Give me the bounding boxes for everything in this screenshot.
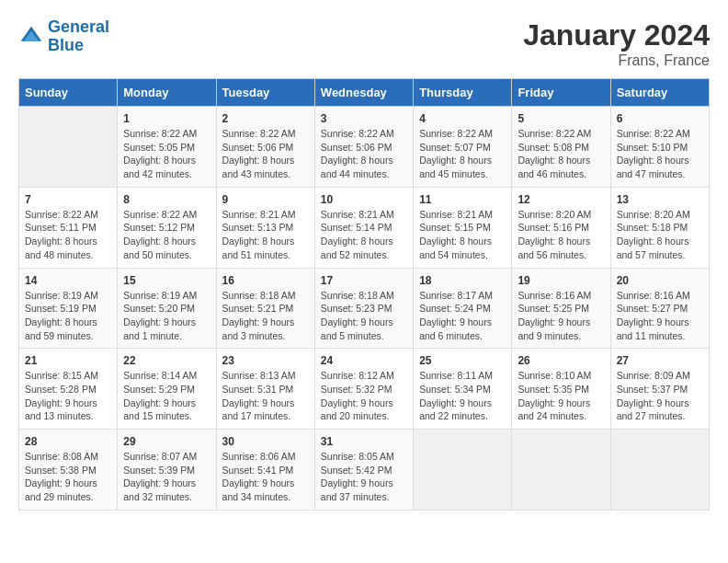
page-header: General Blue January 2024 Frans, France bbox=[18, 18, 710, 69]
calendar-cell: 14Sunrise: 8:19 AM Sunset: 5:19 PM Dayli… bbox=[19, 268, 118, 349]
day-info: Sunrise: 8:10 AM Sunset: 5:35 PM Dayligh… bbox=[518, 369, 604, 423]
day-info: Sunrise: 8:08 AM Sunset: 5:38 PM Dayligh… bbox=[25, 450, 111, 504]
calendar-cell: 16Sunrise: 8:18 AM Sunset: 5:21 PM Dayli… bbox=[216, 268, 314, 349]
calendar-cell: 13Sunrise: 8:20 AM Sunset: 5:18 PM Dayli… bbox=[610, 187, 709, 268]
calendar-cell: 11Sunrise: 8:21 AM Sunset: 5:15 PM Dayli… bbox=[414, 187, 512, 268]
day-number: 23 bbox=[222, 354, 309, 367]
main-title: January 2024 bbox=[523, 18, 710, 52]
column-header-monday: Monday bbox=[118, 79, 216, 107]
column-header-thursday: Thursday bbox=[414, 79, 512, 107]
calendar-cell: 20Sunrise: 8:16 AM Sunset: 5:27 PM Dayli… bbox=[610, 268, 709, 349]
day-number: 25 bbox=[419, 354, 506, 367]
day-number: 11 bbox=[419, 193, 506, 206]
week-row-3: 14Sunrise: 8:19 AM Sunset: 5:19 PM Dayli… bbox=[19, 268, 710, 349]
calendar-cell: 9Sunrise: 8:21 AM Sunset: 5:13 PM Daylig… bbox=[216, 187, 314, 268]
calendar-cell: 1Sunrise: 8:22 AM Sunset: 5:05 PM Daylig… bbox=[118, 107, 216, 188]
day-number: 5 bbox=[518, 112, 604, 125]
day-info: Sunrise: 8:07 AM Sunset: 5:39 PM Dayligh… bbox=[123, 450, 210, 504]
week-row-5: 28Sunrise: 8:08 AM Sunset: 5:38 PM Dayli… bbox=[19, 430, 710, 511]
calendar-cell: 27Sunrise: 8:09 AM Sunset: 5:37 PM Dayli… bbox=[610, 349, 709, 430]
day-info: Sunrise: 8:16 AM Sunset: 5:27 PM Dayligh… bbox=[617, 289, 703, 343]
day-number: 16 bbox=[222, 274, 309, 287]
day-number: 12 bbox=[518, 193, 604, 206]
day-number: 21 bbox=[25, 354, 111, 367]
day-number: 3 bbox=[321, 112, 407, 125]
week-row-1: 1Sunrise: 8:22 AM Sunset: 5:05 PM Daylig… bbox=[19, 107, 710, 188]
calendar-cell: 29Sunrise: 8:07 AM Sunset: 5:39 PM Dayli… bbox=[118, 430, 216, 511]
day-info: Sunrise: 8:16 AM Sunset: 5:25 PM Dayligh… bbox=[518, 289, 604, 343]
column-header-tuesday: Tuesday bbox=[216, 79, 314, 107]
day-number: 2 bbox=[222, 112, 309, 125]
day-number: 9 bbox=[222, 193, 309, 206]
day-info: Sunrise: 8:17 AM Sunset: 5:24 PM Dayligh… bbox=[419, 289, 506, 343]
logo-line2: Blue bbox=[48, 36, 84, 54]
day-info: Sunrise: 8:22 AM Sunset: 5:12 PM Dayligh… bbox=[123, 208, 210, 262]
title-block: January 2024 Frans, France bbox=[523, 18, 710, 69]
day-info: Sunrise: 8:20 AM Sunset: 5:18 PM Dayligh… bbox=[617, 208, 703, 262]
day-number: 24 bbox=[321, 354, 407, 367]
column-header-wednesday: Wednesday bbox=[314, 79, 413, 107]
logo-text: General Blue bbox=[48, 18, 109, 55]
day-number: 1 bbox=[123, 112, 210, 125]
day-number: 7 bbox=[25, 193, 111, 206]
day-info: Sunrise: 8:21 AM Sunset: 5:13 PM Dayligh… bbox=[222, 208, 309, 262]
calendar-cell: 10Sunrise: 8:21 AM Sunset: 5:14 PM Dayli… bbox=[314, 187, 413, 268]
calendar-cell: 4Sunrise: 8:22 AM Sunset: 5:07 PM Daylig… bbox=[414, 107, 512, 188]
day-number: 22 bbox=[123, 354, 210, 367]
day-number: 29 bbox=[123, 435, 210, 448]
day-info: Sunrise: 8:22 AM Sunset: 5:11 PM Dayligh… bbox=[25, 208, 111, 262]
calendar-cell: 26Sunrise: 8:10 AM Sunset: 5:35 PM Dayli… bbox=[512, 349, 610, 430]
calendar-cell: 25Sunrise: 8:11 AM Sunset: 5:34 PM Dayli… bbox=[414, 349, 512, 430]
calendar-cell: 28Sunrise: 8:08 AM Sunset: 5:38 PM Dayli… bbox=[19, 430, 118, 511]
day-info: Sunrise: 8:22 AM Sunset: 5:05 PM Dayligh… bbox=[123, 127, 210, 181]
day-info: Sunrise: 8:22 AM Sunset: 5:06 PM Dayligh… bbox=[321, 127, 407, 181]
day-info: Sunrise: 8:12 AM Sunset: 5:32 PM Dayligh… bbox=[321, 369, 407, 423]
calendar-cell bbox=[610, 430, 709, 511]
subtitle: Frans, France bbox=[523, 52, 710, 69]
calendar-cell: 2Sunrise: 8:22 AM Sunset: 5:06 PM Daylig… bbox=[216, 107, 314, 188]
day-number: 8 bbox=[123, 193, 210, 206]
day-number: 15 bbox=[123, 274, 210, 287]
calendar-cell: 31Sunrise: 8:05 AM Sunset: 5:42 PM Dayli… bbox=[314, 430, 413, 511]
calendar-cell: 5Sunrise: 8:22 AM Sunset: 5:08 PM Daylig… bbox=[512, 107, 610, 188]
day-number: 6 bbox=[617, 112, 703, 125]
day-number: 19 bbox=[518, 274, 604, 287]
day-info: Sunrise: 8:22 AM Sunset: 5:06 PM Dayligh… bbox=[222, 127, 309, 181]
column-header-sunday: Sunday bbox=[19, 79, 118, 107]
logo-line1: General bbox=[48, 17, 109, 36]
column-header-friday: Friday bbox=[512, 79, 610, 107]
calendar-cell: 12Sunrise: 8:20 AM Sunset: 5:16 PM Dayli… bbox=[512, 187, 610, 268]
day-info: Sunrise: 8:19 AM Sunset: 5:19 PM Dayligh… bbox=[25, 289, 111, 343]
day-info: Sunrise: 8:09 AM Sunset: 5:37 PM Dayligh… bbox=[617, 369, 703, 423]
calendar-cell: 18Sunrise: 8:17 AM Sunset: 5:24 PM Dayli… bbox=[414, 268, 512, 349]
calendar-cell: 7Sunrise: 8:22 AM Sunset: 5:11 PM Daylig… bbox=[19, 187, 118, 268]
week-row-2: 7Sunrise: 8:22 AM Sunset: 5:11 PM Daylig… bbox=[19, 187, 710, 268]
day-number: 4 bbox=[419, 112, 506, 125]
column-header-saturday: Saturday bbox=[610, 79, 709, 107]
day-info: Sunrise: 8:22 AM Sunset: 5:08 PM Dayligh… bbox=[518, 127, 604, 181]
day-info: Sunrise: 8:13 AM Sunset: 5:31 PM Dayligh… bbox=[222, 369, 309, 423]
calendar-cell bbox=[512, 430, 610, 511]
day-number: 10 bbox=[321, 193, 407, 206]
day-info: Sunrise: 8:15 AM Sunset: 5:28 PM Dayligh… bbox=[25, 369, 111, 423]
calendar-cell: 21Sunrise: 8:15 AM Sunset: 5:28 PM Dayli… bbox=[19, 349, 118, 430]
logo: General Blue bbox=[18, 18, 109, 55]
week-row-4: 21Sunrise: 8:15 AM Sunset: 5:28 PM Dayli… bbox=[19, 349, 710, 430]
calendar-cell: 30Sunrise: 8:06 AM Sunset: 5:41 PM Dayli… bbox=[216, 430, 314, 511]
day-number: 30 bbox=[222, 435, 309, 448]
calendar-cell: 15Sunrise: 8:19 AM Sunset: 5:20 PM Dayli… bbox=[118, 268, 216, 349]
day-info: Sunrise: 8:11 AM Sunset: 5:34 PM Dayligh… bbox=[419, 369, 506, 423]
day-info: Sunrise: 8:06 AM Sunset: 5:41 PM Dayligh… bbox=[222, 450, 309, 504]
day-number: 31 bbox=[321, 435, 407, 448]
day-number: 18 bbox=[419, 274, 506, 287]
day-info: Sunrise: 8:14 AM Sunset: 5:29 PM Dayligh… bbox=[123, 369, 210, 423]
calendar-cell bbox=[414, 430, 512, 511]
day-number: 20 bbox=[617, 274, 703, 287]
calendar-table: SundayMondayTuesdayWednesdayThursdayFrid… bbox=[18, 78, 710, 511]
calendar-cell bbox=[19, 107, 118, 188]
calendar-cell: 8Sunrise: 8:22 AM Sunset: 5:12 PM Daylig… bbox=[118, 187, 216, 268]
day-info: Sunrise: 8:19 AM Sunset: 5:20 PM Dayligh… bbox=[123, 289, 210, 343]
day-info: Sunrise: 8:21 AM Sunset: 5:14 PM Dayligh… bbox=[321, 208, 407, 262]
day-number: 13 bbox=[617, 193, 703, 206]
calendar-cell: 23Sunrise: 8:13 AM Sunset: 5:31 PM Dayli… bbox=[216, 349, 314, 430]
